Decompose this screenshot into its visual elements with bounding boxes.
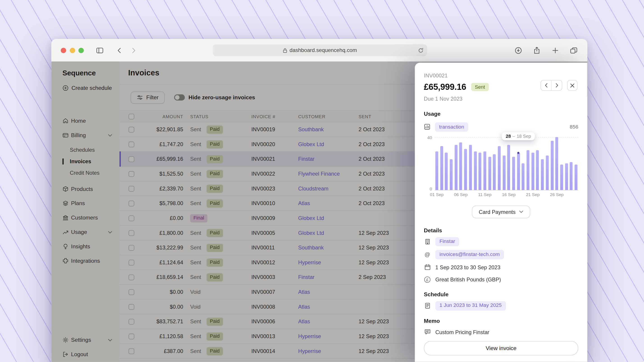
- usage-bar-4[interactable]: [450, 159, 453, 190]
- usage-bar-5[interactable]: [454, 145, 458, 190]
- detail-row-currency: £ Great British Pounds (GBP): [424, 275, 578, 284]
- sidebar-toggle-icon[interactable]: [96, 47, 103, 53]
- payment-type-dropdown[interactable]: Card Payments: [472, 205, 530, 218]
- status-badge: Sent: [471, 83, 489, 91]
- usage-bar-12[interactable]: [488, 157, 491, 190]
- calendar-icon: [424, 264, 431, 271]
- x-tick-label: 01 Sep: [430, 192, 444, 197]
- usage-bar-7[interactable]: [464, 149, 467, 190]
- usage-bar-14[interactable]: [498, 146, 501, 190]
- usage-chart-bars: [434, 137, 578, 190]
- usage-bar-26[interactable]: [556, 137, 558, 190]
- download-icon[interactable]: [515, 47, 522, 54]
- window-controls: [61, 47, 84, 53]
- chevron-left-icon: [544, 83, 548, 88]
- usage-bar-29[interactable]: [570, 162, 573, 190]
- tooltip-value: 28: [506, 134, 511, 139]
- email-tag[interactable]: invoices@finstar-tech.com: [435, 250, 504, 259]
- tooltip-date: 18 Sep: [517, 134, 531, 139]
- new-tab-icon[interactable]: [552, 47, 558, 53]
- invoice-pager: [540, 80, 562, 90]
- y-axis-min: 0: [424, 186, 432, 191]
- close-panel-button[interactable]: [567, 80, 578, 90]
- usage-chart-xticks: 01 Sep06 Sep11 Sep16 Sep21 Sep26 Sep: [434, 192, 578, 198]
- lock-icon: [283, 48, 287, 53]
- forward-icon[interactable]: [132, 47, 136, 53]
- memo-icon: [424, 329, 431, 335]
- prev-invoice-button[interactable]: [541, 80, 552, 90]
- usage-bar-25[interactable]: [550, 141, 554, 190]
- metric-tag[interactable]: transaction: [435, 122, 468, 131]
- chevron-down-icon: [519, 211, 523, 213]
- usage-bar-16[interactable]: [508, 145, 510, 190]
- screenshot-stage: dashboard.sequencehq.com Sequence: [0, 0, 644, 362]
- back-icon[interactable]: [117, 47, 121, 53]
- y-axis-max: 40: [424, 135, 432, 140]
- minimize-window-button[interactable]: [70, 47, 75, 53]
- detail-row-email: @ invoices@finstar-tech.com: [424, 250, 578, 259]
- usage-bar-27[interactable]: [560, 165, 563, 190]
- usage-section-title: Usage: [424, 111, 578, 117]
- usage-bar-3[interactable]: [445, 153, 448, 190]
- usage-bar-13[interactable]: [493, 154, 496, 190]
- zoom-window-button[interactable]: [78, 47, 84, 53]
- browser-window: dashboard.sequencehq.com Sequence: [52, 39, 588, 362]
- reload-icon[interactable]: [418, 47, 424, 53]
- url-text: dashboard.sequencehq.com: [290, 47, 357, 53]
- detail-row-billing-period: 1 Sep 2023 to 30 Sep 2023: [424, 263, 578, 272]
- usage-bar-9[interactable]: [474, 151, 476, 190]
- usage-bar-6[interactable]: [460, 142, 462, 190]
- usage-bar-23[interactable]: [541, 159, 544, 190]
- invoice-id: INV00021: [424, 73, 578, 79]
- memo-text: Custom Pricing Finstar: [435, 329, 490, 335]
- chart-tooltip: 28 – 18 Sep: [502, 132, 535, 140]
- currency-pound-icon: £: [424, 277, 431, 283]
- building-icon: [424, 238, 431, 245]
- tab-overview-icon[interactable]: [570, 47, 577, 53]
- usage-bar-20[interactable]: [526, 150, 530, 190]
- view-invoice-button[interactable]: View invoice: [424, 341, 578, 356]
- dropdown-value: Card Payments: [479, 209, 516, 215]
- tooltip-separator: –: [512, 134, 515, 139]
- x-tick-label: 11 Sep: [478, 192, 492, 197]
- browser-titlebar: dashboard.sequencehq.com: [52, 39, 588, 62]
- usage-bar-17[interactable]: [512, 157, 515, 190]
- x-tick-label: 16 Sep: [502, 192, 516, 197]
- url-bar[interactable]: dashboard.sequencehq.com: [213, 44, 427, 56]
- next-invoice-button[interactable]: [551, 80, 562, 90]
- billing-period: 1 Sep 2023 to 30 Sep 2023: [435, 264, 500, 270]
- due-date: Due 1 Nov 2023: [424, 96, 578, 102]
- usage-bar-19[interactable]: [522, 163, 525, 190]
- memo-row: Custom Pricing Finstar: [424, 328, 578, 336]
- usage-bar-28[interactable]: [565, 163, 568, 190]
- chevron-right-icon: [555, 83, 558, 88]
- usage-bar-8[interactable]: [469, 145, 472, 190]
- close-window-button[interactable]: [61, 47, 66, 53]
- bar-chart-icon: [424, 124, 430, 130]
- usage-bar-30[interactable]: [574, 165, 578, 190]
- usage-bar-21[interactable]: [531, 153, 534, 190]
- usage-bar-1[interactable]: [435, 151, 438, 190]
- schedule-range-tag[interactable]: 1 Jun 2023 to 31 May 2025: [435, 301, 506, 311]
- x-tick-label: 26 Sep: [550, 192, 564, 197]
- usage-bar-22[interactable]: [536, 150, 539, 190]
- x-tick-label: 06 Sep: [454, 192, 468, 197]
- usage-bar-2[interactable]: [440, 146, 443, 190]
- detail-row-customer: Finstar: [424, 237, 578, 246]
- usage-metric-row: transaction 856: [424, 122, 578, 131]
- usage-bar-11[interactable]: [483, 151, 486, 190]
- app-content: Sequence Create schedule HomeBillingSche…: [52, 61, 588, 362]
- usage-bar-24[interactable]: [546, 155, 549, 190]
- usage-bar-10[interactable]: [478, 153, 482, 190]
- memo-section-title: Memo: [424, 318, 578, 324]
- customer-tag[interactable]: Finstar: [435, 237, 459, 246]
- schedule-doc-icon: [424, 303, 431, 309]
- invoice-detail-panel: INV00021 £65,999.16 Sent Due 1 Nov 2023: [415, 63, 588, 362]
- usage-total: 856: [570, 124, 578, 130]
- share-icon[interactable]: [534, 47, 540, 54]
- usage-bar-18[interactable]: [517, 153, 520, 190]
- schedule-row: 1 Jun 2023 to 31 May 2025: [424, 301, 578, 311]
- usage-bar-15[interactable]: [502, 155, 506, 190]
- schedule-section-title: Schedule: [424, 291, 578, 297]
- usage-chart: 40 0 28 – 18 Sep 01 Sep06 Sep11 Sep16 Se…: [424, 137, 578, 198]
